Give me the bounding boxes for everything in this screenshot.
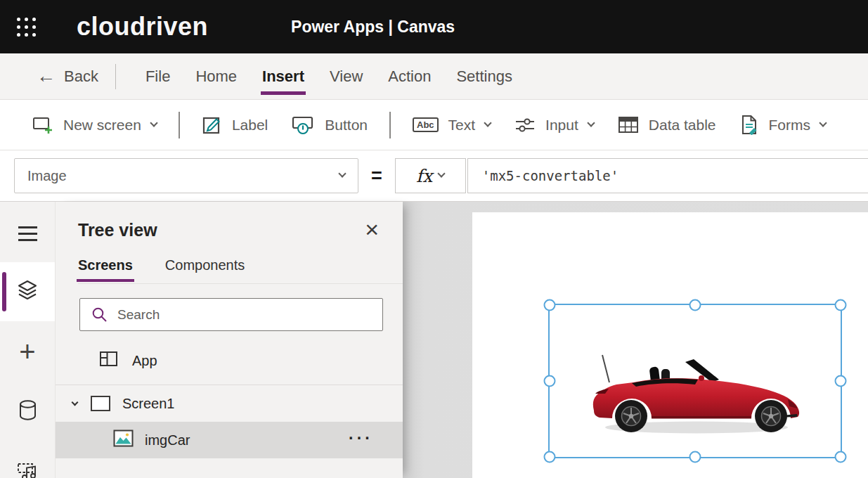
menu-item-view[interactable]: View xyxy=(330,63,363,90)
main-area: + Tree view × xyxy=(0,202,868,478)
formula-input[interactable]: 'mx5-convertable' xyxy=(467,158,868,193)
screen-icon xyxy=(90,395,111,412)
equals-sign: = xyxy=(371,165,382,187)
rail-tree-view-button[interactable] xyxy=(0,262,55,321)
menu-bar: ← Back File Home Insert View Action Sett… xyxy=(0,53,868,100)
image-icon xyxy=(113,429,134,451)
text-abc-icon: Abc xyxy=(413,117,439,132)
tree-item-label: imgCar xyxy=(145,432,190,448)
forms-icon xyxy=(740,115,759,135)
fx-icon: fx xyxy=(416,166,432,186)
text-button[interactable]: Abc Text xyxy=(401,117,503,134)
menu-item-action[interactable]: Action xyxy=(388,63,431,90)
ellipsis-menu-icon[interactable]: ··· xyxy=(349,429,373,448)
app-title: Power Apps | Canvas xyxy=(291,18,455,37)
tab-screens[interactable]: Screens xyxy=(78,257,133,273)
plus-icon: + xyxy=(19,337,35,366)
top-app-bar: cloudriven Power Apps | Canvas xyxy=(0,0,868,53)
chevron-down-icon xyxy=(72,399,79,406)
search-input[interactable] xyxy=(117,307,382,323)
selection-handle-middle-right[interactable] xyxy=(835,375,847,387)
toolbar-divider xyxy=(179,112,180,138)
back-arrow-icon: ← xyxy=(37,67,56,86)
back-button[interactable]: ← Back xyxy=(37,67,98,86)
tree-item-label: Screen1 xyxy=(122,396,175,412)
tree-view-panel: Tree view × Screens Components App xyxy=(55,202,403,478)
menu-item-insert[interactable]: Insert xyxy=(262,63,304,90)
selection-handle-top-left[interactable] xyxy=(544,299,556,311)
layers-icon xyxy=(16,280,39,304)
back-label: Back xyxy=(64,67,98,86)
formula-bar: Image = fx 'mx5-convertable' xyxy=(0,150,868,202)
tab-components[interactable]: Components xyxy=(165,257,245,273)
chevron-down-icon xyxy=(587,119,595,127)
selection-handle-middle-left[interactable] xyxy=(544,375,556,387)
canvas-workspace xyxy=(403,202,868,478)
selection-handle-top-center[interactable] xyxy=(689,299,701,311)
menu-item-home[interactable]: Home xyxy=(195,63,237,90)
insert-toolbar: New screen Label Button Abc Text xyxy=(0,100,868,150)
media-icon xyxy=(15,458,39,478)
menu-item-settings[interactable]: Settings xyxy=(456,63,512,90)
menu-item-file[interactable]: File xyxy=(145,63,170,90)
text-label: Text xyxy=(448,117,476,134)
left-rail: + xyxy=(0,202,55,478)
waffle-icon[interactable] xyxy=(17,18,36,37)
new-screen-label: New screen xyxy=(63,117,141,134)
data-table-label: Data table xyxy=(649,117,716,134)
chevron-down-icon xyxy=(438,169,446,177)
tree-item-label: App xyxy=(132,353,157,369)
input-button[interactable]: Input xyxy=(503,115,606,135)
chevron-down-icon xyxy=(484,119,491,127)
forms-label: Forms xyxy=(769,117,811,134)
toolbar-divider xyxy=(389,112,391,138)
selection-handle-bottom-left[interactable] xyxy=(544,451,556,463)
selection-box[interactable] xyxy=(548,304,842,458)
property-selector[interactable]: Image xyxy=(14,158,358,193)
button-label: Button xyxy=(325,117,368,134)
label-button[interactable]: Label xyxy=(190,115,280,135)
rail-data-button[interactable] xyxy=(0,382,55,441)
new-screen-button[interactable]: New screen xyxy=(20,115,169,135)
panel-title: Tree view xyxy=(78,220,157,240)
button-button[interactable]: Button xyxy=(280,115,380,136)
chevron-down-icon xyxy=(150,119,157,127)
app-icon xyxy=(98,349,119,373)
property-selector-value: Image xyxy=(27,168,67,184)
menu-divider xyxy=(115,64,116,89)
forms-button[interactable]: Forms xyxy=(728,115,838,135)
data-table-button[interactable]: Data table xyxy=(606,115,728,134)
database-icon xyxy=(18,399,37,424)
rail-media-button[interactable] xyxy=(0,441,55,478)
button-icon xyxy=(292,115,315,136)
close-icon[interactable]: × xyxy=(365,220,379,239)
label-icon xyxy=(202,115,222,135)
chevron-down-icon xyxy=(338,169,346,177)
selection-handle-top-right[interactable] xyxy=(835,299,847,311)
fx-dropdown[interactable]: fx xyxy=(395,158,466,193)
tree-item-screen1[interactable]: Screen1 xyxy=(56,385,403,422)
hamburger-icon xyxy=(18,226,37,241)
selection-handle-bottom-center[interactable] xyxy=(689,451,701,463)
selection-handle-bottom-right[interactable] xyxy=(835,451,847,463)
label-label: Label xyxy=(232,117,268,134)
input-label: Input xyxy=(545,117,578,134)
input-sliders-icon xyxy=(514,115,536,135)
data-table-icon xyxy=(618,115,639,134)
brand-logo: cloudriven xyxy=(77,12,208,41)
new-screen-icon xyxy=(32,115,53,135)
rail-menu-button[interactable] xyxy=(0,204,55,263)
tree-item-imgcar[interactable]: imgCar ··· xyxy=(56,422,403,458)
tree-tabs: Screens Components xyxy=(78,257,403,284)
chevron-down-icon xyxy=(819,119,827,127)
tree-item-app[interactable]: App xyxy=(56,342,403,379)
search-icon xyxy=(91,306,108,323)
tree-search xyxy=(79,298,383,331)
rail-insert-button[interactable]: + xyxy=(0,322,55,381)
